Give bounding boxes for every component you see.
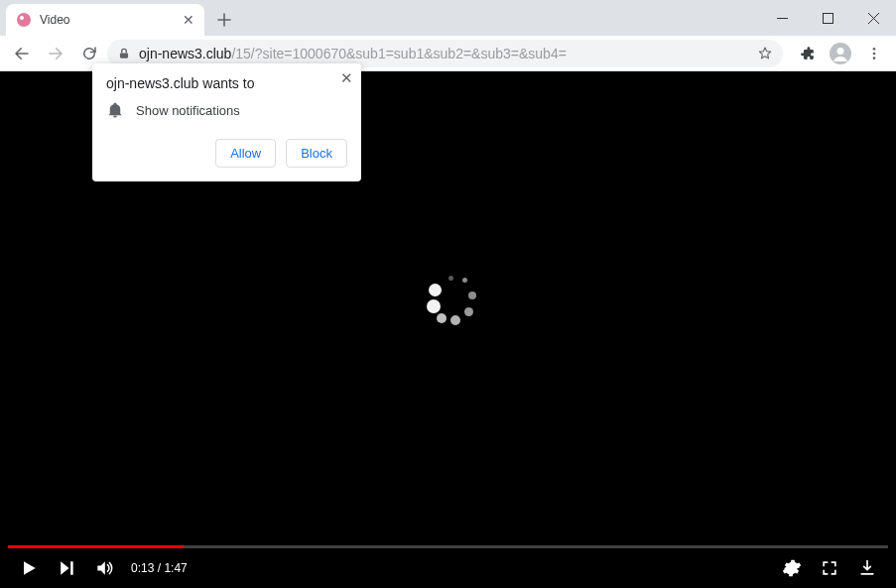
lock-icon (117, 47, 131, 60)
browser-menu-button[interactable] (858, 38, 890, 69)
download-icon (857, 558, 877, 578)
browser-tab[interactable]: Video ✕ (6, 4, 204, 36)
skip-next-icon (57, 558, 76, 578)
maximize-icon (823, 13, 833, 24)
download-button[interactable] (852, 553, 882, 583)
puzzle-icon (799, 45, 816, 61)
tab-favicon-icon (16, 12, 32, 28)
extensions-button[interactable] (791, 38, 823, 69)
star-icon[interactable] (757, 46, 773, 61)
arrow-left-icon (13, 45, 31, 62)
video-current-time: 0:13 (131, 561, 154, 575)
svg-point-5 (837, 48, 844, 55)
fullscreen-icon (820, 558, 839, 578)
notification-permission-prompt: ✕ ojn-news3.club wants to Show notificat… (92, 63, 361, 181)
plus-icon (217, 13, 231, 27)
permission-allow-button[interactable]: Allow (215, 139, 276, 168)
play-icon (19, 558, 39, 578)
permission-block-button[interactable]: Block (286, 139, 347, 168)
kebab-icon (866, 46, 882, 61)
video-duration: 1:47 (164, 561, 187, 575)
reload-icon (80, 45, 98, 62)
window-maximize-button[interactable] (805, 3, 850, 33)
svg-point-1 (20, 16, 24, 20)
volume-button[interactable] (89, 553, 119, 583)
nav-forward-button[interactable] (40, 38, 71, 69)
window-close-button[interactable] (850, 3, 896, 33)
profile-button[interactable] (825, 38, 856, 69)
svg-point-0 (17, 13, 31, 27)
loading-spinner-icon (419, 274, 478, 333)
nav-back-button[interactable] (6, 38, 38, 69)
svg-rect-2 (823, 13, 832, 23)
arrow-right-icon (47, 45, 64, 62)
bell-icon (106, 101, 124, 119)
permission-close-button[interactable]: ✕ (340, 69, 353, 87)
new-tab-button[interactable] (210, 6, 238, 34)
address-url: ojn-news3.club/15/?site=1000670&sub1=sub… (139, 46, 567, 61)
address-path: /15/?site=1000670&sub1=sub1&sub2=&sub3=&… (231, 46, 566, 61)
svg-point-8 (873, 57, 876, 59)
permission-request-label: Show notifications (136, 103, 240, 118)
gear-icon (782, 558, 802, 578)
next-button[interactable] (52, 553, 81, 583)
play-button[interactable] (14, 553, 44, 583)
settings-button[interactable] (777, 553, 807, 583)
svg-rect-3 (120, 53, 128, 58)
permission-headline: ojn-news3.club wants to (106, 75, 347, 91)
svg-point-7 (873, 52, 876, 55)
tab-close-button[interactable]: ✕ (181, 12, 196, 28)
account-icon (829, 42, 852, 65)
svg-point-6 (873, 48, 876, 51)
window-minimize-button[interactable] (759, 3, 805, 33)
video-time: 0:13 / 1:47 (131, 561, 188, 575)
video-controls: 0:13 / 1:47 (0, 548, 896, 588)
fullscreen-button[interactable] (815, 553, 844, 583)
volume-icon (94, 558, 114, 578)
window-titlebar: Video ✕ (0, 0, 896, 36)
minimize-icon (777, 13, 788, 24)
window-controls (759, 0, 896, 36)
close-icon (868, 13, 879, 24)
tab-title: Video (40, 13, 181, 27)
address-host: ojn-news3.club (139, 46, 231, 61)
